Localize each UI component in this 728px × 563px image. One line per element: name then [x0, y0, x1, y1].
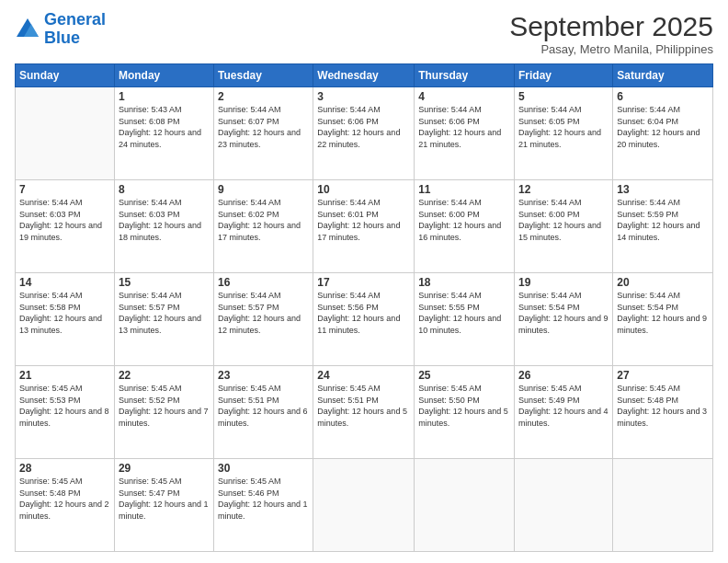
calendar-week-row: 7Sunrise: 5:44 AM Sunset: 6:03 PM Daylig… [16, 180, 713, 273]
day-info: Sunrise: 5:44 AM Sunset: 5:57 PM Dayligh… [119, 290, 210, 336]
day-info: Sunrise: 5:44 AM Sunset: 6:02 PM Dayligh… [218, 197, 309, 243]
calendar-cell: 12Sunrise: 5:44 AM Sunset: 6:00 PM Dayli… [515, 180, 613, 273]
calendar-cell: 5Sunrise: 5:44 AM Sunset: 6:05 PM Daylig… [515, 87, 613, 180]
day-number: 9 [218, 183, 309, 196]
title-block: September 2025 Pasay, Metro Manila, Phil… [509, 11, 713, 56]
day-info: Sunrise: 5:45 AM Sunset: 5:51 PM Dayligh… [317, 383, 410, 429]
calendar-cell [415, 459, 515, 552]
day-info: Sunrise: 5:44 AM Sunset: 6:03 PM Dayligh… [119, 197, 210, 243]
calendar-cell [16, 87, 115, 180]
header-row: Sunday Monday Tuesday Wednesday Thursday… [16, 64, 713, 87]
day-number: 2 [218, 90, 309, 103]
day-number: 27 [617, 369, 709, 382]
day-info: Sunrise: 5:45 AM Sunset: 5:50 PM Dayligh… [418, 383, 510, 429]
day-info: Sunrise: 5:44 AM Sunset: 6:01 PM Dayligh… [317, 197, 410, 243]
logo-icon [15, 17, 40, 42]
day-info: Sunrise: 5:44 AM Sunset: 6:00 PM Dayligh… [418, 197, 510, 243]
calendar-cell: 3Sunrise: 5:44 AM Sunset: 6:06 PM Daylig… [313, 87, 415, 180]
day-number: 11 [418, 183, 510, 196]
calendar-cell: 11Sunrise: 5:44 AM Sunset: 6:00 PM Dayli… [415, 180, 515, 273]
day-number: 30 [218, 462, 309, 475]
day-info: Sunrise: 5:44 AM Sunset: 6:04 PM Dayligh… [617, 104, 709, 150]
day-number: 20 [617, 276, 709, 289]
logo: General Blue [15, 11, 106, 48]
calendar-cell: 17Sunrise: 5:44 AM Sunset: 5:56 PM Dayli… [313, 273, 415, 366]
day-info: Sunrise: 5:44 AM Sunset: 6:06 PM Dayligh… [317, 104, 410, 150]
calendar-cell: 23Sunrise: 5:45 AM Sunset: 5:51 PM Dayli… [214, 366, 313, 459]
day-info: Sunrise: 5:44 AM Sunset: 5:56 PM Dayligh… [317, 290, 410, 336]
calendar-cell [515, 459, 613, 552]
day-number: 19 [518, 276, 609, 289]
calendar-week-row: 14Sunrise: 5:44 AM Sunset: 5:58 PM Dayli… [16, 273, 713, 366]
day-number: 29 [119, 462, 210, 475]
logo-line1: General [44, 10, 106, 29]
calendar-cell: 13Sunrise: 5:44 AM Sunset: 5:59 PM Dayli… [613, 180, 713, 273]
day-number: 25 [418, 369, 510, 382]
calendar-cell: 24Sunrise: 5:45 AM Sunset: 5:51 PM Dayli… [313, 366, 415, 459]
calendar-cell: 20Sunrise: 5:44 AM Sunset: 5:54 PM Dayli… [613, 273, 713, 366]
calendar-cell [313, 459, 415, 552]
calendar-cell: 8Sunrise: 5:44 AM Sunset: 6:03 PM Daylig… [114, 180, 213, 273]
day-info: Sunrise: 5:44 AM Sunset: 5:55 PM Dayligh… [418, 290, 510, 336]
day-info: Sunrise: 5:45 AM Sunset: 5:53 PM Dayligh… [19, 383, 110, 429]
calendar-cell [613, 459, 713, 552]
day-info: Sunrise: 5:45 AM Sunset: 5:48 PM Dayligh… [617, 383, 709, 429]
calendar-week-row: 1Sunrise: 5:43 AM Sunset: 6:08 PM Daylig… [16, 87, 713, 180]
calendar-cell: 1Sunrise: 5:43 AM Sunset: 6:08 PM Daylig… [114, 87, 213, 180]
calendar-cell: 30Sunrise: 5:45 AM Sunset: 5:46 PM Dayli… [214, 459, 313, 552]
day-info: Sunrise: 5:45 AM Sunset: 5:52 PM Dayligh… [119, 383, 210, 429]
calendar-cell: 19Sunrise: 5:44 AM Sunset: 5:54 PM Dayli… [515, 273, 613, 366]
calendar-cell: 16Sunrise: 5:44 AM Sunset: 5:57 PM Dayli… [214, 273, 313, 366]
calendar-table: Sunday Monday Tuesday Wednesday Thursday… [15, 63, 713, 552]
day-info: Sunrise: 5:44 AM Sunset: 6:00 PM Dayligh… [518, 197, 609, 243]
day-number: 16 [218, 276, 309, 289]
day-number: 4 [418, 90, 510, 103]
day-number: 5 [518, 90, 609, 103]
day-info: Sunrise: 5:44 AM Sunset: 6:03 PM Dayligh… [19, 197, 110, 243]
day-number: 8 [119, 183, 210, 196]
day-number: 3 [317, 90, 410, 103]
col-tuesday: Tuesday [214, 64, 313, 87]
header: General Blue September 2025 Pasay, Metro… [15, 11, 713, 56]
calendar-cell: 2Sunrise: 5:44 AM Sunset: 6:07 PM Daylig… [214, 87, 313, 180]
day-number: 7 [19, 183, 110, 196]
day-info: Sunrise: 5:44 AM Sunset: 5:57 PM Dayligh… [218, 290, 309, 336]
calendar-cell: 14Sunrise: 5:44 AM Sunset: 5:58 PM Dayli… [16, 273, 115, 366]
day-info: Sunrise: 5:45 AM Sunset: 5:46 PM Dayligh… [218, 476, 309, 522]
page: General Blue September 2025 Pasay, Metro… [0, 0, 728, 563]
day-number: 26 [518, 369, 609, 382]
calendar-cell: 9Sunrise: 5:44 AM Sunset: 6:02 PM Daylig… [214, 180, 313, 273]
day-number: 6 [617, 90, 709, 103]
calendar-cell: 4Sunrise: 5:44 AM Sunset: 6:06 PM Daylig… [415, 87, 515, 180]
day-number: 18 [418, 276, 510, 289]
day-number: 22 [119, 369, 210, 382]
month-title: September 2025 [509, 11, 713, 42]
calendar-cell: 25Sunrise: 5:45 AM Sunset: 5:50 PM Dayli… [415, 366, 515, 459]
day-number: 21 [19, 369, 110, 382]
day-info: Sunrise: 5:44 AM Sunset: 6:06 PM Dayligh… [418, 104, 510, 150]
day-number: 12 [518, 183, 609, 196]
calendar-cell: 6Sunrise: 5:44 AM Sunset: 6:04 PM Daylig… [613, 87, 713, 180]
calendar-week-row: 28Sunrise: 5:45 AM Sunset: 5:48 PM Dayli… [16, 459, 713, 552]
day-number: 14 [19, 276, 110, 289]
day-number: 15 [119, 276, 210, 289]
logo-text: General Blue [44, 11, 106, 48]
day-info: Sunrise: 5:44 AM Sunset: 6:05 PM Dayligh… [518, 104, 609, 150]
day-number: 17 [317, 276, 410, 289]
calendar-cell: 18Sunrise: 5:44 AM Sunset: 5:55 PM Dayli… [415, 273, 515, 366]
calendar-week-row: 21Sunrise: 5:45 AM Sunset: 5:53 PM Dayli… [16, 366, 713, 459]
col-thursday: Thursday [415, 64, 515, 87]
day-info: Sunrise: 5:44 AM Sunset: 5:59 PM Dayligh… [617, 197, 709, 243]
day-number: 28 [19, 462, 110, 475]
logo-line2: Blue [44, 29, 80, 47]
calendar-cell: 28Sunrise: 5:45 AM Sunset: 5:48 PM Dayli… [16, 459, 115, 552]
calendar-cell: 7Sunrise: 5:44 AM Sunset: 6:03 PM Daylig… [16, 180, 115, 273]
day-number: 23 [218, 369, 309, 382]
day-number: 10 [317, 183, 410, 196]
day-info: Sunrise: 5:44 AM Sunset: 5:54 PM Dayligh… [617, 290, 709, 336]
day-info: Sunrise: 5:44 AM Sunset: 5:54 PM Dayligh… [518, 290, 609, 336]
col-saturday: Saturday [613, 64, 713, 87]
day-info: Sunrise: 5:45 AM Sunset: 5:48 PM Dayligh… [19, 476, 110, 522]
day-info: Sunrise: 5:44 AM Sunset: 6:07 PM Dayligh… [218, 104, 309, 150]
calendar-cell: 22Sunrise: 5:45 AM Sunset: 5:52 PM Dayli… [114, 366, 213, 459]
